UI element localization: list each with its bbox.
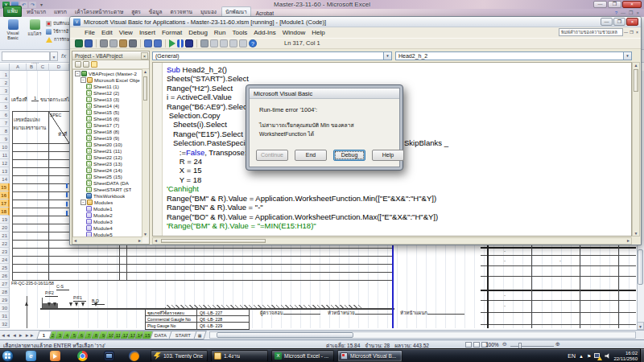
action-center-flag-icon[interactable]: ⚑ [587,353,591,359]
minimize-button[interactable]: — [593,1,607,8]
language-indicator[interactable]: EN [568,353,576,359]
row-header-31[interactable]: 31 [0,312,10,320]
project-panel-close-icon[interactable]: × [141,52,148,60]
break-icon[interactable] [177,39,184,47]
workbook-close-icon[interactable]: × [636,10,639,15]
code-hscrollbar[interactable]: ◄ ► [152,237,632,245]
row-header-22[interactable]: 22 [0,240,10,248]
debug-button[interactable]: Debug [333,150,365,161]
module-minimize-icon[interactable]: — [623,29,629,35]
zoom-out-icon[interactable]: ⊖ [502,340,507,348]
module-restore-icon[interactable]: ❐ [629,29,634,35]
workbook-minimize-icon[interactable]: — [621,10,625,15]
stop-icon[interactable] [185,39,193,47]
row-header-18[interactable]: 18 [0,208,10,216]
properties-window-icon[interactable] [220,39,228,47]
chrome-icon[interactable] [77,351,88,361]
code-scroll-left-icon[interactable]: ◄ [154,238,158,243]
workbook-restore-icon[interactable]: ❐ [629,10,633,15]
start-button[interactable] [2,350,14,362]
toggle-folders-icon[interactable] [91,61,97,68]
code-line-13[interactable]: Y = 18 [167,175,630,184]
tree-item-sheet2414[interactable]: Sheet24 (14) [73,167,142,173]
code-vscroll-thumb[interactable] [634,69,638,92]
vba-menu-edit[interactable]: Edit [98,29,116,36]
design-mode-icon[interactable] [200,39,208,47]
sheet-vscroll-thumb[interactable] [638,249,643,285]
sheet-vscroll-down-icon[interactable]: ▼ [637,322,644,330]
row-header-21[interactable]: 21 [0,232,10,240]
row-header-4[interactable]: 4 [0,95,10,103]
vba-close-button[interactable]: × [626,18,638,26]
help-button[interactable]: Help [372,150,404,161]
tree-scroll-down-icon[interactable]: ▼ [142,232,148,237]
row-header-13[interactable]: 13 [0,167,10,175]
taskbar-button-winamp[interactable]: 103. Twenty One ... [151,350,208,362]
vba-menu-tools[interactable]: Tools [229,29,251,36]
zoom-in-icon[interactable]: ⊕ [555,340,560,348]
column-header-A[interactable]: A [10,64,27,70]
row-header-3[interactable]: 3 [0,87,10,95]
vba-menu-addins[interactable]: Add-Ins [250,29,279,36]
row-header-10[interactable]: 10 [0,143,10,151]
row-header-17[interactable]: 17 [0,200,10,208]
vba-menu-insert[interactable]: Insert [136,29,159,36]
firefox-icon[interactable] [129,351,139,361]
column-header-B[interactable]: B [27,64,37,70]
sheet-hscroll-thumb[interactable] [217,332,353,338]
tree-item-module1[interactable]: Module1 [73,205,142,212]
tree-item-sheet2111[interactable]: Sheet21 (11) [73,147,142,154]
media-player-icon[interactable] [50,351,60,361]
tree-item-sheet177[interactable]: Sheet17 (7) [73,121,142,128]
relative-references-button[interactable]: ใช้การอ้างอิงเชิงสัม [46,27,69,35]
tree-item-sheet2212[interactable]: Sheet22 (12) [73,154,142,160]
cut-icon[interactable] [100,39,108,47]
code-line-18[interactable]: 'Range("BM" & R).Value = "=MIN(E15:H18)" [167,221,630,230]
macros-button[interactable]: แมโคร [25,19,44,43]
column-header-C[interactable]: C [37,64,49,70]
visual-basic-button[interactable]: Visual Basic [2,19,24,43]
tree-expander-icon[interactable]: − [80,77,86,83]
speaker-icon[interactable] [605,353,610,359]
vba-menu-format[interactable]: Format [159,29,185,36]
view-excel-icon[interactable] [75,39,83,47]
vba-menu-window[interactable]: Window [279,29,308,36]
zoom-slider-track[interactable] [510,346,554,347]
tree-item-sheet188[interactable]: Sheet18 (8) [73,128,142,134]
save-icon[interactable] [85,39,93,47]
row-header-27[interactable]: 27 [0,280,10,288]
code-line-1[interactable]: Sub Head2_h_2() [167,65,630,74]
tree-scroll-thumb[interactable] [143,76,147,101]
code-line-14[interactable]: 'Canhight [167,184,630,193]
name-box[interactable] [2,51,50,61]
name-box-dropdown-icon[interactable]: ▼ [50,51,58,61]
tree-item-sheet2010[interactable]: Sheet20 (10) [73,141,142,147]
dropdown-arrow-icon[interactable]: ▼ [383,52,391,60]
page-layout-view-icon[interactable] [473,342,480,348]
macro-security-button[interactable]: การรักษาความ [46,35,69,43]
row-header-8[interactable]: 8 [0,127,10,135]
row-header-11[interactable]: 11 [0,151,10,159]
tree-item-thisworkbook[interactable]: ThisWorkbook [73,192,142,199]
row-header-9[interactable]: 9 [0,135,10,143]
my-computer-icon[interactable] [104,351,114,361]
code-hscroll-thumb[interactable] [161,239,266,243]
view-object-icon[interactable] [83,61,89,68]
object-dropdown[interactable]: (General)▼ [152,51,392,60]
tree-scroll-right-icon[interactable]: ► [138,238,142,243]
tree-expander-icon[interactable]: − [80,200,86,205]
next-sheet-icon[interactable]: ► [19,333,23,338]
row-header-1[interactable]: 1 [0,71,10,79]
show-desktop-button[interactable] [640,348,644,362]
vba-menu-view[interactable]: View [116,29,136,36]
sheet-tab-1[interactable]: 1 [36,331,52,339]
clock[interactable]: 16:02 22/11/2560 [613,351,638,362]
project-explorer-icon[interactable] [210,39,218,47]
row-header-7[interactable]: 7 [0,119,10,127]
internet-explorer-icon[interactable]: e [26,351,36,361]
tree-item-vbaprojectmaster2[interactable]: −VBAProject (Master-2 [73,70,142,76]
end-button[interactable]: End [295,150,327,161]
tree-item-sheet2313[interactable]: Sheet23 (13) [73,160,142,167]
tree-item-sheet2515[interactable]: Sheet25 (15) [73,173,142,179]
row-header-12[interactable]: 12 [0,159,10,167]
